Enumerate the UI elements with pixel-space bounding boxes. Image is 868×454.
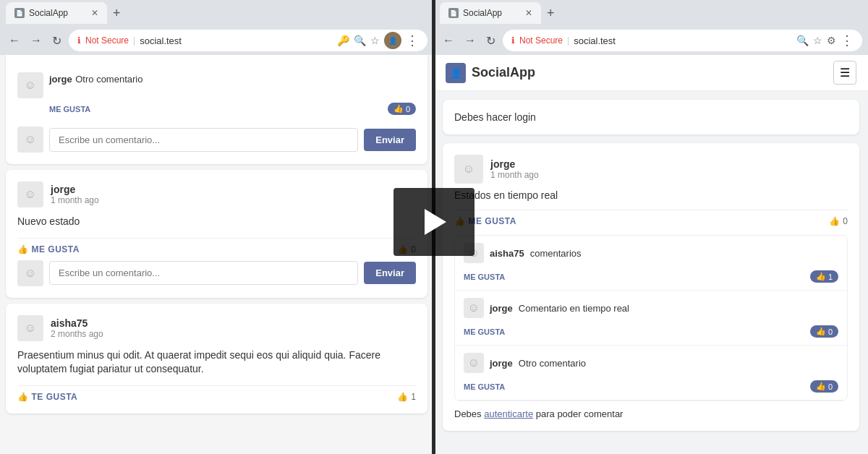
right-post-card: ☺ jorge 1 month ago Estados en tiempo re… (443, 143, 859, 431)
right-comment-item-3: ☺ jorge Otro comentario ME GUSTA 👍 0 (455, 346, 847, 401)
left-comment-input-row-1: ☺ Enviar (17, 121, 416, 153)
right-post-actions: 👍 ME GUSTA 👍 0 (454, 210, 848, 226)
left-tab-favicon: 📄 (14, 8, 25, 18)
left-post-body-2: Nuevo estado (17, 215, 416, 229)
right-app-title: SocialApp (472, 65, 535, 80)
left-comment-user-1: jorge (49, 74, 72, 85)
right-comment-like-badge-2: 👍 0 (810, 325, 838, 338)
right-comment-user-3: jorge (490, 358, 513, 369)
right-back-button[interactable]: ← (440, 33, 457, 48)
right-not-secure-text: Not Secure (519, 35, 563, 46)
left-like-icon-2: 👍 (17, 244, 29, 254)
right-comment-like-badge-3: 👍 0 (810, 380, 838, 393)
right-app-brand: 👤 SocialApp (446, 63, 535, 83)
left-browser: 📄 SocialApp ✕ + ← → ↻ ℹ Not Secure | soc… (0, 0, 434, 454)
right-star-icon[interactable]: ☆ (813, 35, 822, 46)
left-comment-like-btn-1[interactable]: ME GUSTA (49, 105, 90, 113)
right-tab[interactable]: 📄 SocialApp ✕ (440, 2, 541, 24)
left-comment-content-1: jorge Otro comentario (49, 72, 142, 85)
right-app-navbar: 👤 SocialApp ☰ (434, 55, 868, 91)
right-more-button[interactable]: ⋮ (841, 33, 854, 48)
left-post-avatar-2: ☺ (17, 181, 43, 207)
left-forward-button[interactable]: → (27, 33, 45, 48)
right-footer-link[interactable]: autenticarte (484, 408, 533, 419)
left-tab[interactable]: 📄 SocialApp ✕ (6, 2, 107, 24)
right-tab-close[interactable]: ✕ (525, 8, 532, 18)
left-post-card-2: ☺ jorge 1 month ago Nuevo estado 👍 ME GU… (6, 170, 427, 298)
left-post-actions-2: 👍 ME GUSTA 👍 0 (17, 238, 416, 254)
right-post-avatar: ☺ (454, 155, 483, 184)
right-reload-button[interactable]: ↻ (483, 33, 498, 49)
left-post-user-info-2: jorge 1 month ago (51, 184, 99, 205)
left-comment-item-1: ☺ jorge Otro comentario (17, 67, 416, 101)
left-post-time-2: 1 month ago (51, 195, 99, 205)
right-comment-like-btn-1[interactable]: ME GUSTA (464, 273, 505, 281)
left-like-button-2[interactable]: 👍 ME GUSTA (17, 244, 80, 254)
left-like-button-3[interactable]: 👍 TE GUSTA (17, 392, 77, 402)
left-reload-button[interactable]: ↻ (49, 33, 64, 49)
left-star-icon[interactable]: ☆ (370, 35, 380, 46)
right-tab-favicon: 📄 (448, 8, 459, 18)
left-like-icon-3: 👍 (17, 392, 29, 402)
play-button-icon (425, 209, 446, 235)
left-key-icon[interactable]: 🔑 (337, 35, 349, 46)
left-partial-comment-card: ☺ jorge Otro comentario ME GUSTA 👍 0 ☺ E… (6, 55, 427, 164)
right-new-tab-button[interactable]: + (544, 6, 558, 21)
right-brand-icon: 👤 (446, 63, 466, 83)
right-comment-user-1: aisha75 (490, 248, 524, 259)
right-page-content: Debes hacer login ☺ jorge 1 month ago Es… (434, 91, 868, 454)
left-like-count-3: 👍 1 (397, 392, 416, 402)
left-search-icon[interactable]: 🔍 (354, 35, 366, 46)
left-comment-input-1[interactable] (49, 128, 358, 152)
left-comment-like-badge-1: 👍 0 (388, 103, 416, 115)
right-post-time: 1 month ago (490, 170, 539, 180)
left-tab-label: SocialApp (29, 8, 68, 18)
right-comment-like-row-3: ME GUSTA 👍 0 (464, 376, 838, 393)
right-footer-text-after: para poder comentar (533, 408, 623, 419)
left-more-button[interactable]: ⋮ (406, 33, 419, 48)
right-comment-avatar-3: ☺ (464, 353, 484, 373)
left-comment-input-2[interactable] (49, 261, 358, 285)
left-post-time-3: 2 months ago (51, 329, 103, 339)
right-address-input-wrapper: ℹ Not Secure | social.test 🔍 ☆ ⚙ ⋮ (503, 30, 862, 51)
left-like-count-icon-3: 👍 (397, 392, 408, 402)
right-comment-header-1: ☺ aisha75 comentarios (464, 243, 838, 263)
right-search-icon[interactable]: 🔍 (796, 35, 809, 46)
right-post-header: ☺ jorge 1 month ago (454, 155, 848, 184)
right-login-banner: Debes hacer login (443, 100, 859, 134)
right-address-bar: ← → ↻ ℹ Not Secure | social.test 🔍 ☆ ⚙ ⋮ (434, 26, 868, 55)
left-user-avatar[interactable]: 👤 (384, 32, 401, 49)
video-overlay[interactable] (393, 188, 475, 256)
left-comment-like-row-1: ME GUSTA 👍 0 (17, 101, 416, 121)
right-like-count-icon: 👍 (829, 216, 840, 226)
right-post-user-info: jorge 1 month ago (490, 158, 539, 180)
left-back-button[interactable]: ← (6, 33, 23, 48)
right-comment-text-3: Otro comentario (519, 358, 586, 369)
right-comment-text-2: Comentario en tiempo real (519, 303, 629, 314)
right-comment-like-btn-3[interactable]: ME GUSTA (464, 382, 505, 391)
right-tab-bar: 📄 SocialApp ✕ + (434, 0, 868, 26)
left-address-input-wrapper: ℹ Not Secure | social.test 🔑 🔍 ☆ 👤 ⋮ (69, 30, 427, 51)
right-login-banner-text: Debes hacer login (454, 111, 536, 123)
left-address-bar: ← → ↻ ℹ Not Secure | social.test 🔑 🔍 ☆ 👤… (0, 26, 433, 55)
left-tab-close[interactable]: ✕ (91, 8, 98, 18)
left-not-secure-icon: ℹ (77, 35, 81, 46)
right-comment-like-row-1: ME GUSTA 👍 1 (464, 266, 838, 283)
left-send-button-1[interactable]: Enviar (364, 129, 416, 151)
right-comment-user-2: jorge (490, 303, 513, 314)
left-new-tab-button[interactable]: + (110, 6, 124, 21)
right-footer-text-before: Debes (454, 408, 484, 419)
left-comment-text-1: Otro comentario (75, 74, 142, 85)
right-forward-button[interactable]: → (461, 33, 479, 48)
right-comment-like-btn-2[interactable]: ME GUSTA (464, 327, 505, 336)
left-not-secure-text: Not Secure (85, 35, 129, 46)
left-post-header-3: ☺ aisha75 2 months ago (17, 315, 416, 341)
right-settings-icon[interactable]: ⚙ (827, 35, 836, 46)
right-comment-item-1: ☺ aisha75 comentarios ME GUSTA 👍 1 (455, 236, 847, 291)
right-address-icons: 🔍 ☆ ⚙ ⋮ (796, 33, 854, 48)
left-post-avatar-3: ☺ (17, 315, 43, 341)
right-hamburger-button[interactable]: ☰ (833, 61, 856, 85)
right-comment-like-row-2: ME GUSTA 👍 0 (464, 321, 838, 338)
left-send-button-2[interactable]: Enviar (364, 262, 416, 284)
right-comment-section: ☺ aisha75 comentarios ME GUSTA 👍 1 ☺ (454, 235, 848, 401)
